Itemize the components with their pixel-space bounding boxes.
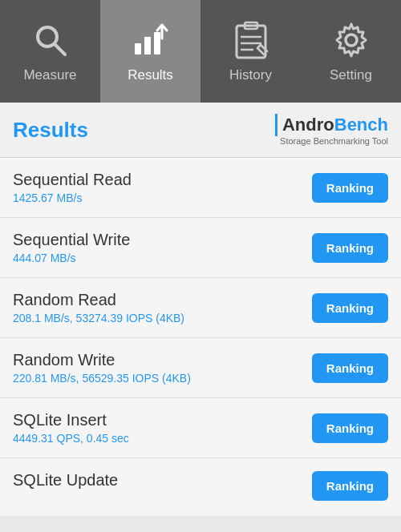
brand-area: AndroBench Storage Benchmarking Tool <box>275 114 388 146</box>
result-info-sequential-read: Sequential Read 1425.67 MB/s <box>13 171 132 204</box>
ranking-btn-sqlite-update[interactable]: Ranking <box>312 471 388 501</box>
ranking-btn-sequential-read[interactable]: Ranking <box>312 173 388 203</box>
brand-sub: Storage Benchmarking Tool <box>280 136 388 146</box>
measure-icon <box>30 19 71 61</box>
ranking-btn-sqlite-insert[interactable]: Ranking <box>312 413 388 443</box>
result-row-sequential-read: Sequential Read 1425.67 MB/s Ranking <box>0 158 401 218</box>
tab-results[interactable]: Results <box>100 0 200 103</box>
tab-measure-label: Measure <box>23 67 76 83</box>
tab-setting[interactable]: Setting <box>301 0 401 103</box>
result-list: Sequential Read 1425.67 MB/s Ranking Seq… <box>0 158 401 516</box>
result-value-sqlite-insert: 4449.31 QPS, 0.45 sec <box>13 432 129 445</box>
page-title: Results <box>13 118 88 143</box>
result-info-random-read: Random Read 208.1 MB/s, 53274.39 IOPS (4… <box>13 291 184 324</box>
ranking-btn-random-read[interactable]: Ranking <box>312 293 388 323</box>
result-row-random-read: Random Read 208.1 MB/s, 53274.39 IOPS (4… <box>0 278 401 338</box>
result-info-sqlite-update: SQLite Update <box>13 471 118 492</box>
history-icon <box>230 19 272 61</box>
tab-bar: Measure Results <box>0 0 401 103</box>
result-info-random-write: Random Write 220.81 MB/s, 56529.35 IOPS … <box>13 351 191 385</box>
svg-rect-3 <box>144 37 151 54</box>
svg-line-11 <box>257 48 264 54</box>
setting-icon <box>330 19 372 61</box>
tab-setting-label: Setting <box>330 67 372 83</box>
ranking-btn-random-write[interactable]: Ranking <box>312 353 388 383</box>
brand-bench: Bench <box>334 115 388 135</box>
brand-andro: Andro <box>282 115 334 135</box>
tab-results-label: Results <box>128 67 173 83</box>
result-info-sequential-write: Sequential Write 444.07 MB/s <box>13 231 130 264</box>
result-value-sequential-write: 444.07 MB/s <box>13 252 130 264</box>
result-value-random-read: 208.1 MB/s, 53274.39 IOPS (4KB) <box>13 312 184 324</box>
tab-history[interactable]: History <box>200 0 301 103</box>
result-name-random-write: Random Write <box>13 351 191 369</box>
result-row-sqlite-insert: SQLite Insert 4449.31 QPS, 0.45 sec Rank… <box>0 398 401 458</box>
result-name-sqlite-update: SQLite Update <box>13 471 118 490</box>
result-name-sequential-read: Sequential Read <box>13 171 132 189</box>
result-row-sqlite-update: SQLite Update Ranking <box>0 458 401 516</box>
result-value-random-write: 220.81 MB/s, 56529.35 IOPS (4KB) <box>13 372 191 385</box>
results-icon <box>130 19 172 61</box>
brand-name: AndroBench <box>282 115 388 135</box>
result-row-random-write: Random Write 220.81 MB/s, 56529.35 IOPS … <box>0 338 401 398</box>
svg-rect-2 <box>135 43 141 54</box>
ranking-btn-sequential-write[interactable]: Ranking <box>312 233 388 263</box>
result-name-random-read: Random Read <box>13 291 184 309</box>
result-value-sequential-read: 1425.67 MB/s <box>13 191 132 204</box>
tab-measure[interactable]: Measure <box>0 0 100 103</box>
tab-history-label: History <box>229 67 272 83</box>
svg-rect-4 <box>154 32 160 54</box>
result-name-sequential-write: Sequential Write <box>13 231 130 249</box>
results-header: Results AndroBench Storage Benchmarking … <box>0 103 401 158</box>
svg-point-14 <box>346 34 357 46</box>
svg-line-1 <box>55 44 65 54</box>
result-name-sqlite-insert: SQLite Insert <box>13 411 129 429</box>
result-info-sqlite-insert: SQLite Insert 4449.31 QPS, 0.45 sec <box>13 411 129 445</box>
svg-line-13 <box>257 45 261 48</box>
result-row-sequential-write: Sequential Write 444.07 MB/s Ranking <box>0 218 401 278</box>
brand-bar <box>275 114 277 136</box>
